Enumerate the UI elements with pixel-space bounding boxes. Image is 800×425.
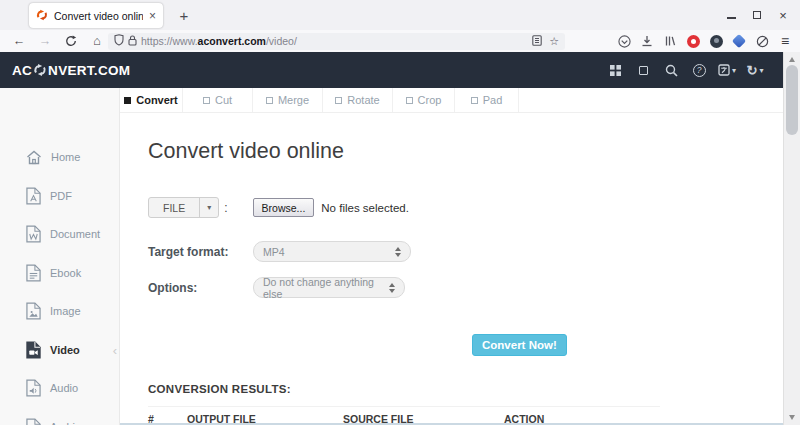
- options-label: Options:: [148, 281, 253, 295]
- aconvert-logo[interactable]: AC NVERT.COM: [12, 63, 130, 78]
- archive-file-icon: [26, 418, 41, 425]
- chevron-down-icon: ▾: [199, 198, 218, 217]
- convert-menu[interactable]: ↻ ▾: [741, 52, 769, 88]
- page-actions: ☆: [532, 32, 559, 50]
- help-icon[interactable]: ?: [685, 52, 713, 88]
- options-select[interactable]: Do not change anything else: [253, 277, 405, 298]
- window-close-button[interactable]: ×: [770, 8, 796, 23]
- scroll-down-icon[interactable]: [789, 415, 795, 420]
- pocket-icon[interactable]: [616, 33, 632, 49]
- browser-window: Convert video online × + × ← → ⌂: [0, 0, 800, 425]
- home-icon: [26, 150, 42, 165]
- url-text: https://www.aconvert.com/video/: [141, 35, 528, 47]
- bookmark-square-icon[interactable]: [629, 52, 657, 88]
- library-icon[interactable]: [662, 33, 678, 49]
- video-file-icon: [26, 341, 41, 359]
- lock-icon[interactable]: [128, 32, 137, 50]
- tab-rotate[interactable]: Rotate: [323, 88, 393, 112]
- privacy-blocker-icon[interactable]: [754, 33, 770, 49]
- new-tab-button[interactable]: +: [172, 4, 196, 26]
- toolbar-icons: ≡: [616, 30, 793, 52]
- page-scrollbar[interactable]: [783, 52, 800, 425]
- window-maximize-button[interactable]: [744, 11, 770, 19]
- sidebar-item-document[interactable]: Document: [0, 215, 119, 254]
- sidebar-item-image[interactable]: Image: [0, 292, 119, 331]
- home-icon[interactable]: ⌂: [84, 34, 110, 48]
- sidebar-item-archive[interactable]: Archive: [0, 408, 119, 425]
- site-header-icons: ? ▾ ↻ ▾: [601, 52, 769, 88]
- file-input-row: FILE ▾ : Browse... No files selected.: [148, 197, 783, 218]
- checkbox-outline-icon: [203, 97, 210, 104]
- sidebar-item-audio[interactable]: Audio: [0, 369, 119, 408]
- sidebar-collapse-icon[interactable]: ‹: [113, 343, 117, 358]
- target-format-select[interactable]: MP4: [253, 241, 411, 262]
- chevron-down-icon: ▾: [759, 66, 763, 75]
- logo-text-prefix: AC: [12, 63, 32, 78]
- sidebar-item-pdf[interactable]: PDF: [0, 177, 119, 216]
- downloads-icon[interactable]: [639, 33, 655, 49]
- apps-grid-icon[interactable]: [601, 52, 629, 88]
- checkbox-filled-icon: [124, 97, 131, 104]
- convert-row: Convert Now!: [472, 334, 783, 356]
- sidebar-item-ebook[interactable]: Ebook: [0, 254, 119, 293]
- sidebar-item-video[interactable]: Video: [0, 331, 119, 370]
- shield-icon[interactable]: [114, 32, 124, 50]
- extension-dark-icon[interactable]: [708, 33, 724, 49]
- audio-file-icon: [26, 379, 41, 397]
- tab-crop[interactable]: Crop: [393, 88, 455, 112]
- image-file-icon: [26, 302, 41, 320]
- back-icon[interactable]: ←: [6, 34, 32, 48]
- checkbox-outline-icon: [406, 97, 413, 104]
- extension-red-icon[interactable]: [685, 33, 701, 49]
- main-panel: Convert video online FILE ▾ : Browse... …: [120, 113, 783, 425]
- select-stepper-icon: [395, 247, 401, 257]
- options-row: Options: Do not change anything else: [148, 277, 783, 298]
- hamburger-menu-icon[interactable]: ≡: [777, 33, 793, 49]
- select-stepper-icon: [389, 283, 395, 293]
- sync-icon: ↻: [747, 64, 758, 77]
- tab-merge[interactable]: Merge: [253, 88, 323, 112]
- page-body: Home PDF Document: [0, 88, 783, 425]
- browser-tab[interactable]: Convert video online ×: [29, 3, 163, 28]
- logo-sync-icon: [33, 63, 47, 77]
- checkbox-outline-icon: [471, 97, 478, 104]
- nav-buttons: ← → ⌂: [6, 34, 110, 48]
- search-icon[interactable]: [657, 52, 685, 88]
- reload-icon[interactable]: [58, 34, 84, 48]
- tab-cut[interactable]: Cut: [183, 88, 253, 112]
- reader-mode-icon[interactable]: [532, 32, 542, 50]
- browser-titlebar: Convert video online × + ×: [0, 0, 800, 30]
- file-source-dropdown[interactable]: FILE ▾: [148, 197, 219, 218]
- ebook-file-icon: [26, 264, 41, 282]
- no-files-text: No files selected.: [321, 202, 409, 214]
- tab-pad[interactable]: Pad: [455, 88, 519, 112]
- window-minimize-button[interactable]: [718, 11, 744, 19]
- tab-title: Convert video online: [54, 10, 143, 22]
- translate-icon: [718, 64, 730, 76]
- pdf-file-icon: [26, 187, 41, 205]
- page-title: Convert video online: [148, 139, 783, 164]
- target-format-label: Target format:: [148, 245, 253, 259]
- window-controls: ×: [718, 0, 796, 30]
- logo-text-suffix: NVERT.COM: [48, 63, 130, 78]
- tab-convert[interactable]: Convert: [120, 88, 183, 112]
- address-bar[interactable]: https://www.aconvert.com/video/ ☆: [108, 33, 565, 50]
- browser-navbar: ← → ⌂ https://www.aco: [0, 30, 800, 52]
- language-menu[interactable]: ▾: [713, 52, 741, 88]
- target-format-row: Target format: MP4: [148, 241, 783, 262]
- scroll-up-icon[interactable]: [789, 57, 795, 62]
- scrollbar-thumb[interactable]: [786, 65, 798, 135]
- checkbox-outline-icon: [266, 97, 273, 104]
- tab-close-icon[interactable]: ×: [149, 10, 156, 22]
- word-file-icon: [26, 225, 41, 243]
- browse-button[interactable]: Browse...: [253, 198, 315, 217]
- convert-now-button[interactable]: Convert Now!: [472, 334, 567, 356]
- site-header: AC NVERT.COM: [0, 52, 783, 88]
- bookmark-star-icon[interactable]: ☆: [549, 36, 559, 47]
- content: Convert Cut Merge Rotate Crop: [120, 88, 783, 425]
- chevron-down-icon: ▾: [732, 66, 736, 75]
- sidebar: Home PDF Document: [0, 88, 120, 425]
- extension-diamond-icon[interactable]: [731, 33, 747, 49]
- sidebar-item-home[interactable]: Home: [0, 138, 119, 177]
- tool-tabs: Convert Cut Merge Rotate Crop: [120, 88, 783, 113]
